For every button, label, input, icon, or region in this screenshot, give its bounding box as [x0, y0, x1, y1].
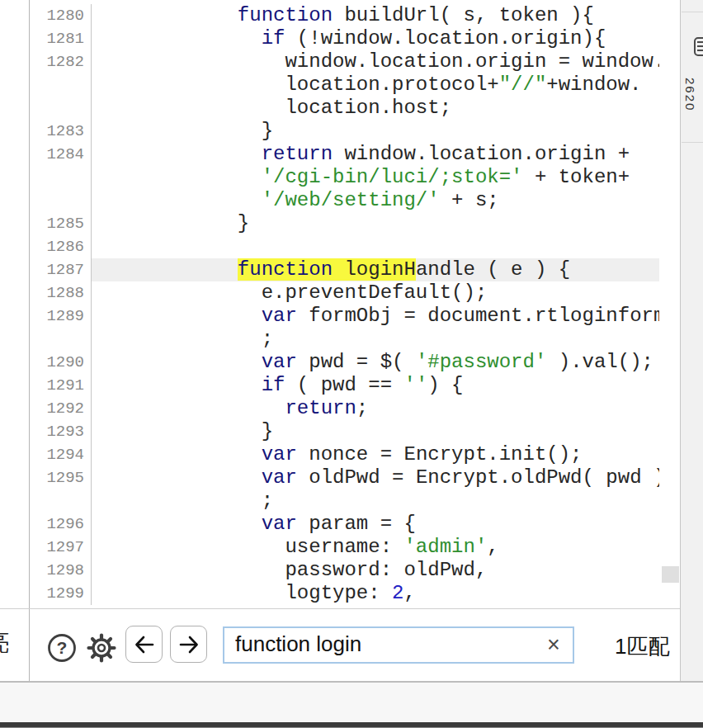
code-line[interactable]: ; [31, 328, 680, 351]
bottom-band [0, 683, 703, 722]
code-line[interactable]: 1297 username: 'admin', [31, 536, 680, 559]
code-line[interactable]: 1281 if (!window.location.origin){ [31, 27, 680, 50]
code-line[interactable]: location.host; [31, 97, 680, 120]
code-line-text: location.protocol+"//"+window. [92, 73, 659, 97]
match-count-label: 1匹配 [615, 632, 669, 661]
strip-divider [682, 142, 703, 143]
line-number: 1292 [31, 397, 92, 420]
code-line[interactable]: ; [31, 489, 680, 513]
line-number: 1299 [31, 582, 92, 605]
code-line-text: ; [92, 328, 659, 351]
line-number [31, 489, 92, 513]
line-number [31, 97, 92, 120]
line-number [31, 166, 92, 189]
code-line[interactable]: 1299 logtype: 2, [31, 582, 680, 605]
settings-button[interactable] [83, 630, 120, 666]
code-viewer[interactable]: 1280 function buildUrl( s, token ){1281 … [31, 0, 680, 608]
line-number: 1291 [31, 374, 92, 397]
line-number: 1294 [31, 443, 92, 466]
code-line[interactable]: 1293 } [31, 420, 680, 443]
code-line-text: var param = { [92, 513, 659, 536]
code-line-text: '/web/setting/' + s; [92, 189, 659, 212]
line-number: 1286 [31, 235, 92, 258]
code-line-text: return; [92, 397, 659, 420]
code-line-text: window.location.origin = window. [92, 50, 659, 73]
code-line[interactable]: 1287 function loginHandle ( e ) { [31, 258, 680, 281]
search-match-highlight: function [238, 258, 333, 281]
list-panel-icon[interactable] [694, 37, 703, 56]
code-line[interactable]: 1295 var oldPwd = Encrypt.oldPwd( pwd ) [31, 466, 680, 489]
search-input[interactable] [223, 626, 574, 664]
code-line[interactable]: 1290 var pwd = $( '#password' ).val(); [31, 351, 680, 374]
code-line-text: e.preventDefault(); [92, 281, 659, 305]
arrow-right-icon [177, 633, 201, 656]
code-line[interactable]: 1282 window.location.origin = window. [31, 50, 680, 73]
line-number: 1282 [31, 50, 92, 73]
code-line[interactable]: location.protocol+"//"+window. [31, 73, 680, 97]
code-line[interactable]: 1292 return; [31, 397, 680, 420]
help-button[interactable]: ? [45, 631, 78, 664]
code-line-text: logtype: 2, [92, 582, 659, 605]
line-number: 1293 [31, 420, 92, 443]
code-line-text: } [92, 420, 659, 443]
code-line[interactable]: 1294 var nonce = Encrypt.init(); [31, 443, 680, 466]
svg-text:?: ? [57, 638, 68, 657]
line-number [31, 189, 92, 212]
question-mark-circle-icon: ? [46, 632, 78, 664]
code-line[interactable]: 1288 e.preventDefault(); [31, 281, 680, 305]
code-line-text: } [92, 120, 659, 143]
line-number: 1285 [31, 212, 92, 235]
gear-icon [84, 631, 119, 665]
line-number: 1290 [31, 351, 92, 374]
line-number: 1281 [31, 27, 92, 50]
clear-search-button[interactable]: × [540, 631, 568, 659]
code-line-text: var pwd = $( '#password' ).val(); [92, 351, 659, 374]
next-match-button[interactable] [170, 626, 207, 663]
code-line-text: var nonce = Encrypt.init(); [92, 443, 659, 466]
code-line-text: var formObj = document.rtloginform [92, 305, 659, 328]
line-number: 1295 [31, 466, 92, 489]
line-number: 1288 [31, 281, 92, 305]
highlight-clipped-button[interactable]: 亮 [0, 631, 9, 655]
code-line-text: return window.location.origin + [92, 143, 659, 166]
right-side-strip: 2620 [680, 0, 703, 681]
code-line[interactable]: 1291 if ( pwd == '') { [31, 374, 680, 397]
code-line[interactable]: 1280 function buildUrl( s, token ){ [31, 4, 680, 27]
code-line-text [92, 235, 659, 258]
line-number: 1284 [31, 143, 92, 166]
search-match-highlight: loginH [333, 258, 416, 281]
arrow-left-icon [133, 633, 156, 656]
vertical-scrollbar-thumb[interactable] [662, 566, 679, 583]
side-tab-label[interactable]: 2620 [683, 78, 697, 111]
code-line[interactable]: 1289 var formObj = document.rtloginform [31, 305, 680, 328]
code-line-text: if ( pwd == '') { [92, 374, 659, 397]
line-number [31, 73, 92, 97]
code-line-text: location.host; [92, 97, 659, 120]
code-line[interactable]: 1284 return window.location.origin + [31, 143, 680, 166]
code-line-text: ; [92, 489, 659, 513]
search-toolbar: ? [31, 609, 680, 681]
code-line[interactable]: '/cgi-bin/luci/;stok=' + token+ [31, 166, 680, 189]
left-pane: 亮 [0, 0, 30, 681]
code-line-text: username: 'admin', [92, 536, 659, 559]
line-number [31, 328, 92, 351]
search-box: × [223, 626, 574, 664]
line-number: 1297 [31, 536, 92, 559]
previous-match-button[interactable] [125, 626, 163, 663]
code-line-text: password: oldPwd, [92, 559, 659, 582]
code-line[interactable]: '/web/setting/' + s; [31, 189, 680, 212]
code-line[interactable]: 1283 } [31, 120, 680, 143]
line-number: 1280 [31, 4, 92, 27]
line-number: 1296 [31, 513, 92, 536]
line-number: 1283 [31, 120, 92, 143]
code-line-text: '/cgi-bin/luci/;stok=' + token+ [92, 166, 659, 189]
line-number: 1298 [31, 559, 92, 582]
code-line-text: var oldPwd = Encrypt.oldPwd( pwd ) [92, 466, 659, 489]
code-line[interactable]: 1285 } [31, 212, 680, 235]
code-line[interactable]: 1286 [31, 235, 680, 258]
code-line[interactable]: 1298 password: oldPwd, [31, 559, 680, 582]
code-line-text: } [92, 212, 659, 235]
code-line-text: if (!window.location.origin){ [92, 27, 659, 50]
line-number: 1287 [31, 258, 92, 281]
code-line[interactable]: 1296 var param = { [31, 513, 680, 536]
